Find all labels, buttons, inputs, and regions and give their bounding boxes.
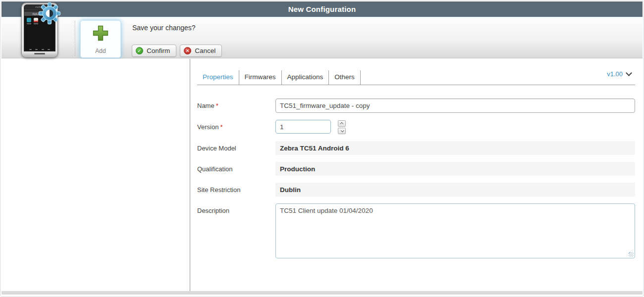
chevron-down-icon — [626, 70, 632, 76]
main-area: Properties Firmwares Applications Others… — [1, 59, 643, 291]
bottom-bar — [1, 291, 643, 295]
confirm-cancel-group: ✓ Confirm ✕ Cancel — [132, 45, 222, 57]
app-window: New Configuration Add Save your changes? — [0, 0, 644, 297]
name-label: Name* — [197, 99, 275, 109]
site-restriction-value: Dublin — [275, 183, 635, 197]
cancel-button-label: Cancel — [195, 47, 215, 54]
required-asterisk: * — [220, 123, 222, 131]
name-input[interactable] — [275, 99, 635, 113]
tab-firmwares[interactable]: Firmwares — [239, 70, 282, 85]
tab-applications[interactable]: Applications — [282, 70, 329, 85]
device-model-row: Device Model Zebra TC51 Android 6 — [197, 141, 635, 155]
save-prompt-text: Save your changes? — [132, 24, 196, 32]
version-label: Version* — [197, 120, 275, 131]
device-model-value: Zebra TC51 Android 6 — [275, 141, 635, 155]
phone-nav-bar — [24, 48, 55, 51]
toolbar: Add Save your changes? ✓ Confirm ✕ Cance… — [1, 17, 643, 58]
device-model-label: Device Model — [197, 141, 275, 152]
version-input[interactable] — [275, 120, 331, 134]
properties-form: Name* Version* — [197, 99, 635, 258]
tab-others[interactable]: Others — [329, 70, 361, 85]
version-row: Version* — [197, 120, 635, 134]
version-spinner — [338, 120, 346, 134]
qualification-row: Qualification Production — [197, 162, 635, 176]
add-button[interactable]: Add — [80, 20, 121, 58]
version-dropdown[interactable]: v1.00 — [607, 70, 631, 78]
description-row: Description TC51 Client update 01/04/202… — [197, 203, 635, 258]
site-restriction-row: Site Restriction Dublin — [197, 183, 635, 197]
version-dropdown-value: v1.00 — [607, 70, 623, 78]
spinner-up-button[interactable] — [338, 120, 346, 127]
x-circle-icon: ✕ — [184, 47, 191, 54]
phone-app-icon-teal — [27, 18, 31, 22]
description-label: Description — [197, 203, 275, 214]
tab-bar: Properties Firmwares Applications Others… — [197, 70, 635, 85]
toolbar-separator — [75, 21, 75, 56]
confirm-button-label: Confirm — [147, 47, 170, 54]
qualification-value: Production — [275, 162, 635, 176]
confirm-button[interactable]: ✓ Confirm — [132, 45, 176, 57]
plus-icon — [92, 24, 109, 44]
settings-gear-icon — [38, 2, 61, 25]
add-button-label: Add — [95, 48, 106, 54]
required-asterisk: * — [216, 102, 218, 109]
qualification-label: Qualification — [197, 162, 275, 173]
window-title-bar: New Configuration — [1, 1, 643, 17]
chevron-up-icon — [340, 122, 343, 126]
name-row: Name* — [197, 99, 635, 113]
configuration-panel: Properties Firmwares Applications Others… — [191, 59, 643, 291]
page-title: New Configuration — [288, 5, 356, 13]
tab-properties[interactable]: Properties — [197, 70, 239, 85]
chevron-down-icon — [340, 129, 344, 132]
check-circle-icon: ✓ — [136, 47, 143, 54]
description-textarea[interactable]: TC51 Client update 01/04/2020 — [275, 203, 635, 258]
phone-chin — [24, 51, 55, 56]
phone-app-icon-red — [34, 18, 38, 22]
left-panel — [1, 59, 190, 291]
cancel-button[interactable]: ✕ Cancel — [180, 45, 222, 57]
site-restriction-label: Site Restriction — [197, 183, 275, 194]
spinner-down-button[interactable] — [338, 128, 346, 134]
